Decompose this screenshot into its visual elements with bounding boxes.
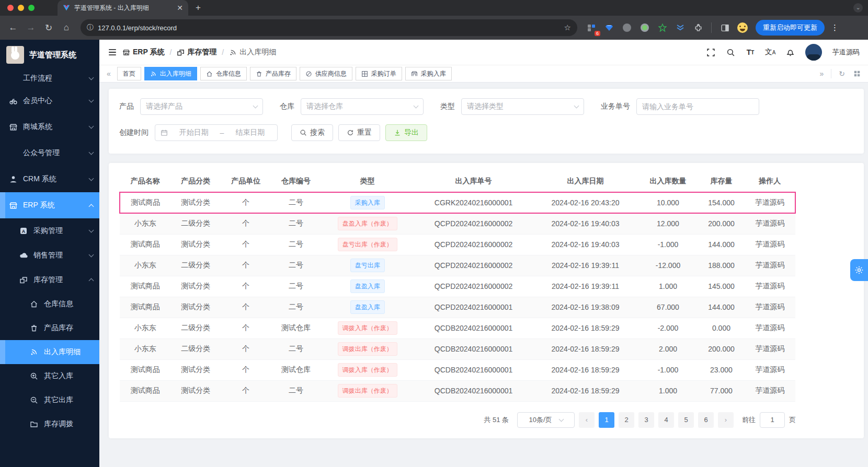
vue-favicon-icon [63,4,70,11]
tags-scroll-left-icon[interactable]: « [104,69,114,78]
sidebar-item-workflow[interactable]: 工作流程 [0,69,99,88]
reset-button[interactable]: 重置 [338,124,380,141]
prev-page-button[interactable]: ‹ [579,412,595,428]
page-button-6[interactable]: 6 [698,412,714,428]
bizno-input[interactable] [642,102,753,111]
sidebar-item-member-center[interactable]: 会员中心 [0,88,99,114]
tab-purchase-order[interactable]: 采购订单 [356,67,402,80]
extension-chevrons-icon[interactable] [673,21,687,34]
tab-purchase-in[interactable]: 采购入库 [405,67,452,80]
collapse-sidebar-icon[interactable] [108,48,117,57]
close-window-button[interactable] [7,5,14,11]
new-tab-button[interactable]: + [196,3,201,13]
bookmark-star-icon[interactable]: ☆ [564,23,571,32]
date-range-picker[interactable]: 开始日期 – 结束日期 [155,124,278,141]
tab-product-stock[interactable]: 产品库存 [250,67,296,80]
sidebar-item-crm-system[interactable]: CRM 系统 [0,166,99,192]
type-select[interactable]: 请选择类型 [461,98,584,115]
home-icon[interactable]: ⌂ [59,20,74,36]
sidebar-item-stock-mgmt[interactable]: 库存管理 [0,267,99,292]
tab-home[interactable]: 首页 [117,67,141,80]
sidebar-item-stock-move[interactable]: 库存调拨 [0,412,99,436]
tab-search-icon[interactable]: ⌄ [853,3,863,13]
folder-icon [29,420,39,428]
goto-page-input[interactable] [760,412,785,428]
cell-unit: 个 [221,297,271,318]
cell-type: 调拨出库（作废） [321,338,414,359]
cell-category: 二级分类 [170,318,221,338]
browser-tab[interactable]: 芋道管理系统 - 出入库明细 ✕ [58,0,188,16]
extension-gem-icon[interactable] [602,21,616,34]
page-button-4[interactable]: 4 [658,412,674,428]
cell-category: 测试分类 [170,380,221,401]
user-avatar[interactable] [805,44,822,61]
reload-icon[interactable]: ↻ [41,20,56,36]
app-logo[interactable]: 芋道管理系统 [0,40,99,69]
tags-refresh-icon[interactable]: ↻ [836,69,848,78]
extension-star-icon[interactable] [656,21,669,34]
cell-qty: 2.000 [638,338,699,359]
translate-icon[interactable]: 文A [766,48,775,57]
bizno-input-wrap [636,98,759,115]
cell-order-no: QCPD20240216000002 [414,255,533,276]
cell-qty: 10.000 [638,192,699,213]
theme-settings-button[interactable] [850,259,868,281]
cell-type: 盘亏出库（作废） [321,234,414,255]
cell-operator: 芋道源码 [745,359,795,380]
minimize-window-button[interactable] [18,5,24,11]
browser-update-button[interactable]: 重新启动即可更新 [756,20,825,36]
next-page-button[interactable]: › [718,412,734,428]
sidebar-item-stock-record[interactable]: 出入库明细 [0,340,99,364]
zoom-window-button[interactable] [28,5,35,11]
page-button-2[interactable]: 2 [619,412,634,428]
font-size-icon[interactable]: TT [746,48,755,57]
back-icon[interactable]: ← [5,20,21,36]
sidebar-item-other-out[interactable]: 其它出库 [0,388,99,412]
sidebar-item-erp-system[interactable]: ERP 系统 [0,192,99,218]
cell-product: 小东东 [120,213,170,234]
extension-green-circle-icon[interactable] [638,21,652,34]
fullscreen-icon[interactable] [706,48,715,57]
browser-menu-icon[interactable]: ⋮ [831,23,839,32]
sidebar-item-mall-system[interactable]: 商城系统 [0,114,99,140]
sidebar-item-purchase-mgmt[interactable]: A 采购管理 [0,218,99,243]
breadcrumb-erp[interactable]: ERP 系统 [122,48,164,57]
sidebar-item-official-account[interactable]: 公众号管理 [0,140,99,166]
profile-avatar-icon[interactable] [736,21,749,34]
side-panel-icon[interactable] [718,21,732,34]
close-tab-icon[interactable]: ✕ [177,4,183,12]
tab-warehouse-info[interactable]: 仓库信息 [200,67,247,80]
export-button[interactable]: 导出 [385,124,427,141]
page-button-1[interactable]: 1 [599,412,614,428]
window-controls[interactable] [7,5,35,11]
page-button-3[interactable]: 3 [638,412,654,428]
notification-bell-icon[interactable] [785,48,795,57]
address-bar[interactable]: ⓘ 127.0.0.1/erp/stock/record ☆ [81,19,577,36]
extensions-puzzle-icon[interactable] [691,21,705,34]
tab-supplier-info[interactable]: 供应商信息 [300,67,352,80]
page-button-5[interactable]: 5 [678,412,694,428]
sidebar-item-other-in[interactable]: 其它入库 [0,364,99,388]
forward-icon[interactable]: → [23,20,39,36]
tags-scroll-right-icon[interactable]: » [816,69,827,78]
tags-menu-icon[interactable] [850,70,864,77]
breadcrumb-stock-mgmt[interactable]: 库存管理 [177,48,216,57]
cell-product: 测试商品 [120,380,170,401]
tag-bar: « 首页 出入库明细 仓库信息 产品库存 供应商信息 采购订单 [99,65,868,83]
tab-stock-record[interactable]: 出入库明细 [144,67,197,80]
col-stock: 库存量 [698,170,744,192]
extension-tampermonkey-icon[interactable]: 6 [585,21,598,34]
sidebar-item-sales-mgmt[interactable]: 销售管理 [0,243,99,267]
extension-dark-circle-icon[interactable] [620,21,634,34]
search-icon[interactable] [726,48,735,57]
site-info-icon[interactable]: ⓘ [87,23,94,32]
warehouse-select[interactable]: 请选择仓库 [301,98,424,115]
product-select[interactable]: 请选择产品 [140,98,263,115]
cell-stock: 144.000 [698,234,744,255]
page-size-select[interactable]: 10条/页 [517,412,575,428]
cell-stock: 0.000 [698,318,744,338]
sidebar-item-warehouse-info[interactable]: 仓库信息 [0,292,99,316]
table-row: 测试商品 测试分类 个 二号 采购入库 CGRK20240216000001 2… [120,192,795,213]
search-button[interactable]: 搜索 [291,124,333,141]
sidebar-item-product-stock[interactable]: 产品库存 [0,316,99,340]
